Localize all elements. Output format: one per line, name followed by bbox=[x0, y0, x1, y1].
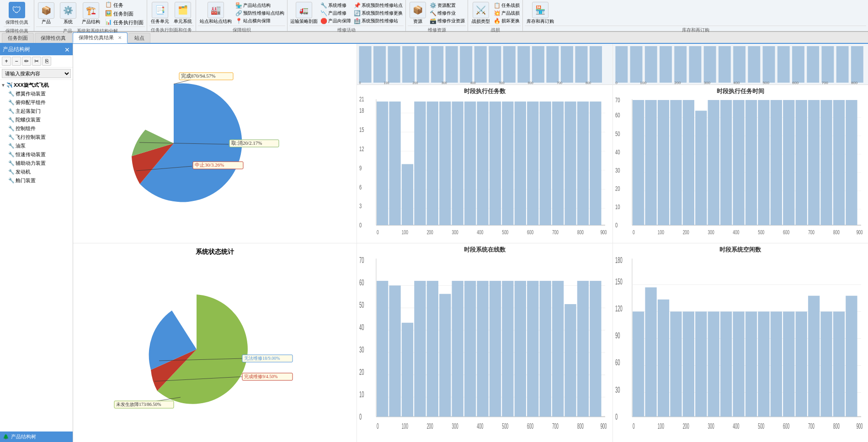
toolbar-item-task-exec[interactable]: 📊 任务执行剖面 bbox=[104, 18, 145, 26]
inventory-icon: 🏪 bbox=[532, 2, 548, 18]
toolbar-item-sys-prev-station[interactable]: 🏥 系统预防性维修站 bbox=[353, 17, 404, 25]
toolbar-item-prevent[interactable]: 🛑 产品向保障 bbox=[320, 17, 352, 25]
svg-text:100: 100 bbox=[640, 80, 647, 85]
tree-child-kongzhi[interactable]: 🔧 控制组件 bbox=[1, 124, 72, 133]
task-battle-icon: 📋 bbox=[494, 2, 501, 9]
sidebar-btn-remove[interactable]: − bbox=[12, 57, 21, 66]
toolbar-item-product-station[interactable]: 🏪 产品站点结构 bbox=[234, 2, 285, 9]
toolbar-item-station-struct[interactable]: 🏭 站点和站点结构 bbox=[198, 1, 234, 26]
svg-rect-63 bbox=[515, 101, 526, 225]
toolbar-item-inventory[interactable]: 🏪 库存和再订购 bbox=[525, 1, 556, 26]
svg-text:取:消20/2.17%: 取:消20/2.17% bbox=[231, 140, 262, 146]
toolbar-item-repair-work[interactable]: 🔨 维修作业 bbox=[429, 10, 466, 17]
svg-text:0: 0 bbox=[615, 221, 618, 229]
sidebar-search-input[interactable]: 请输入搜索内容 bbox=[2, 69, 71, 78]
svg-text:300: 300 bbox=[708, 421, 714, 430]
taskunit-icon: 📑 bbox=[152, 2, 168, 18]
svg-text:0: 0 bbox=[359, 412, 362, 421]
svg-rect-85 bbox=[674, 46, 687, 83]
svg-rect-82 bbox=[630, 46, 642, 83]
svg-rect-128 bbox=[695, 110, 707, 225]
svg-rect-91 bbox=[762, 46, 775, 83]
svg-rect-54 bbox=[402, 164, 413, 225]
svg-text:300: 300 bbox=[703, 80, 710, 85]
svg-rect-22 bbox=[532, 46, 544, 83]
toolbar-item-product[interactable]: 📦 产品 bbox=[36, 1, 56, 26]
tab-result[interactable]: 保障性仿真结果 ✕ bbox=[73, 32, 128, 43]
tree-child-luojia[interactable]: 🔧 主起落架门 bbox=[1, 107, 72, 116]
svg-rect-52 bbox=[377, 101, 388, 225]
sidebar-close-icon[interactable]: ✕ bbox=[64, 46, 70, 53]
svg-text:700: 700 bbox=[552, 229, 559, 235]
top-small-chart: 0 100 200 300 400 500 600 700 800 bbox=[357, 44, 612, 85]
tab-support-sim[interactable]: 保障性仿真 bbox=[35, 33, 72, 43]
svg-rect-129 bbox=[708, 100, 719, 225]
tree-child-feikong[interactable]: 🔧 飞行控制装置 bbox=[1, 133, 72, 142]
toolbar-item-resource[interactable]: 📦 资源 bbox=[408, 1, 428, 26]
tab-task-profile[interactable]: 任务剖面 bbox=[2, 33, 34, 43]
toolbar-item-product-structure[interactable]: 🏗️ 产品结构 bbox=[80, 1, 102, 26]
tab-close-result[interactable]: ✕ bbox=[118, 35, 122, 40]
task-profile-icon: 🖼️ bbox=[105, 10, 112, 17]
tree-child-luoji[interactable]: 🔧 陀螺仪装置 bbox=[1, 116, 72, 124]
svg-rect-188 bbox=[527, 281, 538, 416]
part-icon-11: 🔧 bbox=[8, 178, 15, 184]
tree-root-item[interactable]: ▼ ✈️ XXX旋气式飞机 bbox=[1, 81, 72, 89]
sidebar-btn-copy[interactable]: ⎘ bbox=[42, 57, 51, 66]
toolbar-item-taskunit[interactable]: 📑 任务单元 bbox=[149, 1, 171, 26]
svg-text:500: 500 bbox=[499, 81, 505, 85]
toolbar-item-res-config[interactable]: ⚙️ 资源配置 bbox=[429, 2, 466, 9]
toolbar-item-sys-prev-rep[interactable]: 🔄 系统预防性维修更换 bbox=[353, 10, 404, 17]
svg-rect-20 bbox=[503, 46, 516, 83]
tree-child-youbeng[interactable]: 🔧 油泵 bbox=[1, 142, 72, 150]
part-icon-9: 🔧 bbox=[8, 160, 15, 166]
svg-text:0: 0 bbox=[615, 80, 618, 85]
tree-child-xiangyi[interactable]: 🔧 襟翼作动装置 bbox=[1, 89, 72, 98]
sidebar-btn-cut[interactable]: ✂ bbox=[32, 57, 41, 66]
toolbar-item-unitstruct[interactable]: 🗂️ 单元系统 bbox=[172, 1, 194, 26]
toolbar-item-damage[interactable]: 🔥 损坏更换 bbox=[493, 17, 521, 25]
svg-text:21: 21 bbox=[359, 95, 364, 103]
svg-text:0: 0 bbox=[359, 81, 361, 85]
toolbar-item-product-battle[interactable]: 💥 产品战损 bbox=[493, 10, 521, 17]
toolbar-item-station-profile[interactable]: 📍 站点横向保障 bbox=[234, 17, 285, 25]
toolbar-item-baozfangzhen[interactable]: 🛡 保障性仿真 bbox=[4, 1, 30, 26]
toolbar-item-transplan[interactable]: 🚛 运输策略剖面 bbox=[289, 1, 319, 26]
toolbar-item-task-profile[interactable]: 🖼️ 任务剖面 bbox=[104, 10, 145, 18]
repair-res-icon: 🗃️ bbox=[430, 18, 437, 24]
toolbar-item-battletype[interactable]: ⚔️ 战损类型 bbox=[470, 1, 492, 26]
svg-rect-132 bbox=[745, 100, 756, 225]
tree-child-hengsu[interactable]: 🔧 恒速传动装置 bbox=[1, 150, 72, 159]
svg-rect-192 bbox=[577, 281, 589, 416]
chart-title-tasks: 时段执行任务数 bbox=[359, 87, 610, 95]
svg-rect-221 bbox=[670, 311, 682, 416]
svg-text:600: 600 bbox=[783, 229, 789, 235]
toolbar-item-sys-prev-point[interactable]: 📌 系统预防性维修站点 bbox=[353, 2, 404, 9]
tree-child-fadongji[interactable]: 🔧 发动机 bbox=[1, 168, 72, 176]
svg-text:40: 40 bbox=[615, 148, 620, 156]
tree-child-fuyang[interactable]: 🔧 俯仰配平组件 bbox=[1, 98, 72, 107]
part-icon-6: 🔧 bbox=[8, 134, 15, 140]
toolbar-item-task-battle[interactable]: 📋 任务战损 bbox=[493, 2, 521, 9]
svg-rect-179 bbox=[414, 281, 426, 416]
toolbar-item-sys-degrade[interactable]: 📉 产品维修 bbox=[320, 10, 352, 17]
svg-rect-96 bbox=[836, 46, 848, 83]
toolbar-group-resources: 📦 资源 ⚙️ 资源配置 🔨 维修作业 🗃️ 维修作业资源 维修资源 bbox=[406, 0, 468, 31]
toolbar-item-support-struct[interactable]: 🔗 预防性维修站点结构 bbox=[234, 10, 285, 17]
content: 完成870/94.57% 取:消20/2.17% 中止30/3.26% bbox=[73, 44, 868, 442]
tree-child-cangmen[interactable]: 🔧 舱门装置 bbox=[1, 176, 72, 185]
tree-child-fuzhu[interactable]: 🔧 辅助动力装置 bbox=[1, 159, 72, 168]
toolbar-item-repair-res[interactable]: 🗃️ 维修作业资源 bbox=[429, 17, 466, 25]
part-icon-7: 🔧 bbox=[8, 143, 15, 149]
toolbar-item-task[interactable]: 📋 任务 bbox=[104, 1, 145, 9]
toolbar-item-sys-repair[interactable]: 🔧 系统维修 bbox=[320, 2, 352, 9]
sidebar-btn-edit[interactable]: ✏ bbox=[22, 57, 31, 66]
tab-station[interactable]: 站点 bbox=[128, 33, 150, 43]
svg-text:700: 700 bbox=[552, 421, 559, 430]
svg-text:40: 40 bbox=[359, 322, 364, 332]
svg-text:3: 3 bbox=[359, 202, 362, 210]
system-status-chart: 系统状态统计 未发生故障173/86.50% 完成维修9/4.50% bbox=[73, 243, 357, 442]
toolbar-item-system[interactable]: ⚙️ 系统 bbox=[58, 1, 78, 26]
sidebar-btn-add[interactable]: + bbox=[2, 57, 11, 66]
svg-rect-88 bbox=[718, 46, 730, 83]
